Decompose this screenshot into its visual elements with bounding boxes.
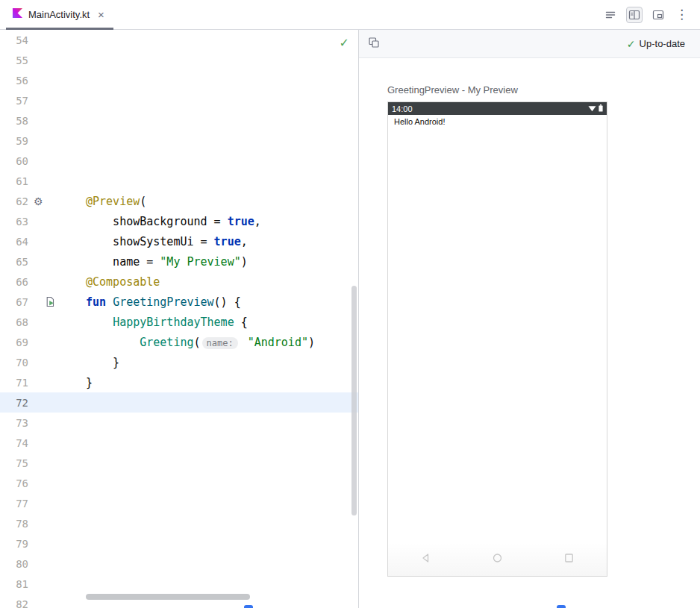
code-text: }	[82, 356, 119, 369]
inspections-ok-check-icon[interactable]: ✓	[340, 36, 349, 50]
preview-layout-icon[interactable]	[368, 37, 380, 51]
code-line-57[interactable]: 57	[0, 90, 358, 110]
recents-icon	[564, 553, 574, 566]
code-line-71[interactable]: 71}	[0, 372, 358, 392]
code-text: showBackground = true,	[82, 215, 261, 228]
code-line-75[interactable]: 75	[0, 453, 358, 473]
code-line-70[interactable]: 70 }	[0, 352, 358, 372]
code-text: showSystemUi = true,	[82, 235, 248, 248]
line-number: 58	[0, 115, 28, 127]
preview-title: GreetingPreview - My Preview	[387, 84, 700, 95]
line-number: 68	[0, 316, 28, 328]
inline-parameter-hint: name:	[202, 337, 238, 349]
preview-toolbar: ✓ Up-to-date	[359, 30, 700, 58]
code-line-56[interactable]: 56	[0, 70, 358, 90]
editor-mode-toolbar: ⋮	[604, 7, 700, 23]
line-number: 78	[0, 518, 28, 530]
code-text: }	[82, 376, 93, 389]
bottom-bar-fragment	[557, 605, 566, 608]
design-view-icon[interactable]	[652, 9, 664, 21]
line-number: 57	[0, 95, 28, 107]
code-line-74[interactable]: 74	[0, 433, 358, 453]
code-text: @Preview(	[82, 195, 146, 208]
line-number: 70	[0, 357, 28, 369]
code-line-59[interactable]: 59	[0, 131, 358, 151]
code-line-81[interactable]: 81	[0, 574, 358, 594]
code-line-63[interactable]: 63 showBackground = true,	[0, 211, 358, 231]
line-number: 71	[0, 377, 28, 389]
code-line-76[interactable]: 76	[0, 473, 358, 493]
bottom-bar-fragment	[244, 605, 253, 608]
line-number: 67	[0, 296, 28, 308]
code-line-60[interactable]: 60	[0, 151, 358, 171]
line-number: 82	[0, 598, 28, 608]
editor-vertical-scrollbar[interactable]	[351, 286, 357, 515]
kotlin-file-icon	[12, 7, 23, 22]
code-line-65[interactable]: 65 name = "My Preview")	[0, 251, 358, 272]
tab-bar: MainActivity.kt ×	[0, 0, 700, 30]
code-text: Greeting(name: "Android")	[82, 336, 315, 349]
line-number: 59	[0, 135, 28, 147]
back-icon	[421, 553, 430, 566]
code-line-73[interactable]: 73	[0, 413, 358, 433]
compose-preview-panel: ✓ Up-to-date GreetingPreview - My Previe…	[359, 30, 700, 608]
code-line-77[interactable]: 77	[0, 493, 358, 513]
ide-window: MainActivity.kt ×	[0, 0, 700, 608]
code-line-72[interactable]: 72	[0, 392, 358, 413]
line-number: 62	[0, 195, 28, 207]
code-line-64[interactable]: 64 showSystemUi = true,	[0, 231, 358, 251]
code-text: @Composable	[82, 275, 160, 289]
line-number: 77	[0, 498, 28, 510]
tab-title: MainActivity.kt	[28, 9, 90, 20]
code-line-79[interactable]: 79	[0, 533, 358, 554]
code-line-62[interactable]: 62⚙@Preview(	[0, 191, 358, 211]
up-to-date-check-icon: ✓	[627, 38, 636, 50]
line-number: 72	[0, 397, 28, 409]
preview-status: ✓ Up-to-date	[627, 38, 685, 50]
preview-greeting-text: Hello Android!	[388, 115, 607, 128]
code-line-58[interactable]: 58	[0, 110, 358, 131]
split-view-icon[interactable]	[626, 7, 643, 23]
code-line-61[interactable]: 61	[0, 171, 358, 191]
code-text: fun GreetingPreview() {	[82, 295, 241, 309]
line-number: 55	[0, 54, 28, 66]
run-preview-icon[interactable]	[45, 296, 56, 307]
code-line-55[interactable]: 55	[0, 50, 358, 70]
line-number: 65	[0, 256, 28, 268]
code-line-66[interactable]: 66@Composable	[0, 272, 358, 292]
line-number: 63	[0, 216, 28, 228]
device-status-bar: 14:00	[388, 102, 607, 115]
line-number: 81	[0, 578, 28, 590]
code-line-68[interactable]: 68 HappyBirthdayTheme {	[0, 312, 358, 332]
code-line-80[interactable]: 80	[0, 554, 358, 574]
editor-horizontal-scrollbar[interactable]	[86, 594, 250, 600]
tab-close-icon[interactable]: ×	[98, 9, 104, 20]
line-number: 66	[0, 276, 28, 288]
code-line-54[interactable]: 54	[0, 30, 358, 50]
wifi-icon	[588, 104, 596, 113]
code-text: HappyBirthdayTheme {	[82, 316, 248, 329]
line-number: 60	[0, 155, 28, 167]
code-line-67[interactable]: 67fun GreetingPreview() {	[0, 292, 358, 312]
line-number: 79	[0, 538, 28, 550]
device-preview: 14:00 Hello Android!	[387, 101, 607, 577]
code-line-78[interactable]: 78	[0, 513, 358, 533]
line-number: 75	[0, 457, 28, 469]
line-number: 69	[0, 336, 28, 348]
preview-settings-gear-icon[interactable]: ⚙	[34, 195, 43, 207]
code-view-icon[interactable]	[604, 9, 616, 21]
line-number: 74	[0, 437, 28, 449]
code-editor: 545556575859606162⚙@Preview(63 showBackg…	[0, 30, 358, 608]
tab-mainactivity[interactable]: MainActivity.kt ×	[6, 0, 113, 30]
more-options-icon[interactable]: ⋮	[674, 8, 690, 21]
code-text: name = "My Preview")	[82, 255, 248, 269]
up-to-date-label: Up-to-date	[640, 38, 685, 49]
line-number: 73	[0, 417, 28, 429]
editor-lines: 545556575859606162⚙@Preview(63 showBackg…	[0, 30, 358, 608]
line-number: 76	[0, 477, 28, 489]
line-number: 56	[0, 75, 28, 87]
line-number: 80	[0, 558, 28, 570]
line-number: 54	[0, 34, 28, 46]
battery-icon	[599, 104, 603, 113]
code-line-69[interactable]: 69 Greeting(name: "Android")	[0, 332, 358, 352]
